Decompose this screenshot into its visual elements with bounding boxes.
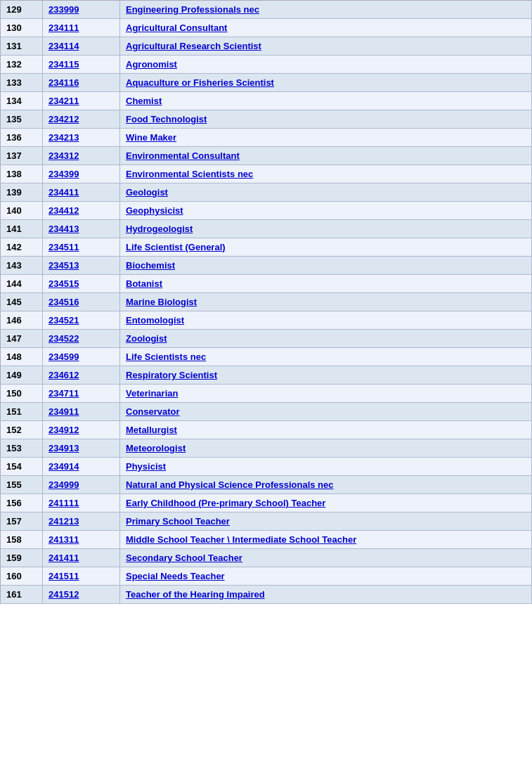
occupation-code[interactable]: 234411 bbox=[43, 183, 120, 202]
row-number: 157 bbox=[1, 512, 43, 531]
occupation-title[interactable]: Meteorologist bbox=[120, 439, 532, 458]
row-number: 160 bbox=[1, 567, 43, 586]
table-row: 145234516Marine Biologist bbox=[1, 293, 532, 311]
occupation-code[interactable]: 234116 bbox=[43, 74, 120, 92]
row-number: 131 bbox=[1, 37, 43, 56]
occupation-title[interactable]: Metallurgist bbox=[120, 421, 532, 439]
table-row: 157241213Primary School Teacher bbox=[1, 512, 532, 531]
occupation-code[interactable]: 241511 bbox=[43, 567, 120, 586]
row-number: 138 bbox=[1, 165, 43, 183]
occupation-title[interactable]: Natural and Physical Science Professiona… bbox=[120, 476, 532, 494]
occupation-code[interactable]: 234999 bbox=[43, 476, 120, 494]
row-number: 148 bbox=[1, 348, 43, 366]
occupation-code[interactable]: 234399 bbox=[43, 165, 120, 183]
occupation-title[interactable]: Wine Maker bbox=[120, 129, 532, 147]
row-number: 136 bbox=[1, 129, 43, 147]
occupation-title[interactable]: Aquaculture or Fisheries Scientist bbox=[120, 74, 532, 92]
occupation-title[interactable]: Engineering Professionals nec bbox=[120, 1, 532, 19]
table-row: 129233999Engineering Professionals nec bbox=[1, 1, 532, 19]
occupation-code[interactable]: 234211 bbox=[43, 92, 120, 110]
row-number: 161 bbox=[1, 586, 43, 604]
occupation-title[interactable]: Early Childhood (Pre-primary School) Tea… bbox=[120, 494, 532, 512]
occupation-title[interactable]: Environmental Consultant bbox=[120, 147, 532, 165]
occupation-title[interactable]: Marine Biologist bbox=[120, 293, 532, 311]
table-row: 134234211Chemist bbox=[1, 92, 532, 110]
table-row: 152234912Metallurgist bbox=[1, 421, 532, 439]
row-number: 149 bbox=[1, 366, 43, 385]
occupation-code[interactable]: 234511 bbox=[43, 238, 120, 257]
occupation-code[interactable]: 234913 bbox=[43, 439, 120, 458]
occupation-code[interactable]: 234312 bbox=[43, 147, 120, 165]
table-row: 155234999Natural and Physical Science Pr… bbox=[1, 476, 532, 494]
row-number: 159 bbox=[1, 549, 43, 567]
table-row: 147234522Zoologist bbox=[1, 330, 532, 348]
table-row: 154234914Physicist bbox=[1, 458, 532, 476]
occupation-title[interactable]: Middle School Teacher \ Intermediate Sch… bbox=[120, 531, 532, 549]
occupation-code[interactable]: 234914 bbox=[43, 458, 120, 476]
occupation-title[interactable]: Teacher of the Hearing Impaired bbox=[120, 586, 532, 604]
occupation-title[interactable]: Geologist bbox=[120, 183, 532, 202]
occupation-title[interactable]: Primary School Teacher bbox=[120, 512, 532, 531]
occupation-code[interactable]: 234412 bbox=[43, 202, 120, 220]
row-number: 154 bbox=[1, 458, 43, 476]
occupation-title[interactable]: Veterinarian bbox=[120, 385, 532, 403]
row-number: 141 bbox=[1, 220, 43, 238]
occupation-title[interactable]: Agronomist bbox=[120, 56, 532, 74]
occupation-code[interactable]: 234711 bbox=[43, 385, 120, 403]
occupation-code[interactable]: 233999 bbox=[43, 1, 120, 19]
row-number: 150 bbox=[1, 385, 43, 403]
occupation-code[interactable]: 234911 bbox=[43, 403, 120, 421]
occupation-code[interactable]: 234521 bbox=[43, 311, 120, 330]
occupation-title[interactable]: Special Needs Teacher bbox=[120, 567, 532, 586]
table-row: 143234513Biochemist bbox=[1, 257, 532, 275]
occupation-title[interactable]: Zoologist bbox=[120, 330, 532, 348]
occupation-code[interactable]: 234212 bbox=[43, 110, 120, 129]
table-row: 153234913Meteorologist bbox=[1, 439, 532, 458]
occupation-code[interactable]: 234516 bbox=[43, 293, 120, 311]
occupation-title[interactable]: Chemist bbox=[120, 92, 532, 110]
table-row: 135234212Food Technologist bbox=[1, 110, 532, 129]
occupation-code[interactable]: 234513 bbox=[43, 257, 120, 275]
occupation-title[interactable]: Life Scientists nec bbox=[120, 348, 532, 366]
row-number: 153 bbox=[1, 439, 43, 458]
occupation-code[interactable]: 234612 bbox=[43, 366, 120, 385]
occupation-title[interactable]: Entomologist bbox=[120, 311, 532, 330]
occupation-title[interactable]: Agricultural Research Scientist bbox=[120, 37, 532, 56]
table-row: 151234911Conservator bbox=[1, 403, 532, 421]
occupation-title[interactable]: Agricultural Consultant bbox=[120, 19, 532, 37]
occupation-title[interactable]: Life Scientist (General) bbox=[120, 238, 532, 257]
occupation-code[interactable]: 234912 bbox=[43, 421, 120, 439]
table-row: 160241511Special Needs Teacher bbox=[1, 567, 532, 586]
occupation-code[interactable]: 234213 bbox=[43, 129, 120, 147]
occupation-title[interactable]: Environmental Scientists nec bbox=[120, 165, 532, 183]
occupation-code[interactable]: 234413 bbox=[43, 220, 120, 238]
occupation-title[interactable]: Conservator bbox=[120, 403, 532, 421]
occupation-code[interactable]: 241512 bbox=[43, 586, 120, 604]
occupation-title[interactable]: Respiratory Scientist bbox=[120, 366, 532, 385]
occupation-title[interactable]: Secondary School Teacher bbox=[120, 549, 532, 567]
occupation-code[interactable]: 234111 bbox=[43, 19, 120, 37]
occupation-code[interactable]: 234115 bbox=[43, 56, 120, 74]
occupation-title[interactable]: Food Technologist bbox=[120, 110, 532, 129]
table-row: 149234612Respiratory Scientist bbox=[1, 366, 532, 385]
occupation-title[interactable]: Hydrogeologist bbox=[120, 220, 532, 238]
occupation-code[interactable]: 241111 bbox=[43, 494, 120, 512]
occupation-title[interactable]: Physicist bbox=[120, 458, 532, 476]
occupation-code[interactable]: 234599 bbox=[43, 348, 120, 366]
occupation-code[interactable]: 234114 bbox=[43, 37, 120, 56]
occupation-code[interactable]: 234522 bbox=[43, 330, 120, 348]
table-row: 144234515Botanist bbox=[1, 275, 532, 293]
occupation-code[interactable]: 241311 bbox=[43, 531, 120, 549]
occupation-code[interactable]: 234515 bbox=[43, 275, 120, 293]
occupation-code[interactable]: 241411 bbox=[43, 549, 120, 567]
row-number: 147 bbox=[1, 330, 43, 348]
occupation-title[interactable]: Botanist bbox=[120, 275, 532, 293]
occupation-code[interactable]: 241213 bbox=[43, 512, 120, 531]
occupation-title[interactable]: Geophysicist bbox=[120, 202, 532, 220]
row-number: 139 bbox=[1, 183, 43, 202]
table-row: 137234312Environmental Consultant bbox=[1, 147, 532, 165]
table-row: 158241311Middle School Teacher \ Interme… bbox=[1, 531, 532, 549]
occupation-title[interactable]: Biochemist bbox=[120, 257, 532, 275]
row-number: 130 bbox=[1, 19, 43, 37]
row-number: 146 bbox=[1, 311, 43, 330]
